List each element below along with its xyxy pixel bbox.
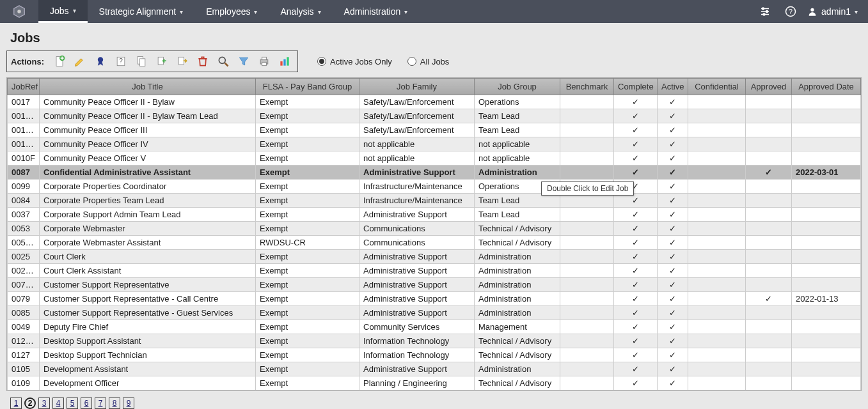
column-header-active[interactable]: Active: [658, 79, 688, 95]
table-row[interactable]: 0010CCommunity Peace Officer IIIExemptSa…: [8, 123, 861, 137]
cell-family: Administrative Support: [359, 278, 475, 292]
table-row[interactable]: 0025Court ClerkExemptAdministrative Supp…: [8, 250, 861, 264]
nav-item-administration[interactable]: Administration▾: [333, 0, 420, 23]
cell-benchmark: [560, 166, 614, 180]
table-row[interactable]: 0025ACourt Clerk AssistantExemptAdminist…: [8, 264, 861, 278]
page-button-2[interactable]: 2: [24, 397, 36, 409]
cell-title: Customer Support Representative - Call C…: [40, 292, 256, 306]
cell-family: Information Technology: [359, 334, 475, 348]
nav-item-label: Analysis: [280, 6, 313, 17]
column-header-title[interactable]: Job Title: [40, 79, 256, 95]
chevron-down-icon: ▾: [180, 8, 183, 15]
app-logo[interactable]: [0, 0, 38, 23]
cell-family: Information Technology: [359, 348, 475, 362]
table-row[interactable]: 0053Corporate WebmasterExemptCommunicati…: [8, 222, 861, 236]
nav-item-strategic-alignment[interactable]: Strategic Alignment▾: [88, 0, 195, 23]
cell-active: ✓: [658, 151, 688, 166]
cell-approved: [746, 362, 792, 376]
table-row[interactable]: 0105Development AssistantExemptAdministr…: [8, 362, 861, 376]
table-row[interactable]: 0085Customer Support Representative - Gu…: [8, 306, 861, 320]
nav-item-jobs[interactable]: Jobs▾: [38, 0, 88, 23]
help-icon[interactable]: ?: [778, 0, 803, 23]
page-button-1[interactable]: 1: [10, 397, 22, 409]
table-row[interactable]: 0127ADesktop Support AssistantExemptInfo…: [8, 334, 861, 348]
table-row[interactable]: 0017ACommunity Peace Officer II - Bylaw …: [8, 109, 861, 123]
cell-active: ✓: [658, 376, 688, 390]
cell-active: ✓: [658, 180, 688, 194]
column-header-approved[interactable]: Approved: [746, 79, 792, 95]
print-button[interactable]: [255, 52, 273, 70]
table-row[interactable]: 0079Customer Support Representative - Ca…: [8, 292, 861, 306]
import-button[interactable]: [153, 52, 171, 70]
cell-approved: [746, 334, 792, 348]
table-row[interactable]: 0053ACorporate Webmaster AssistantRWDSU-…: [8, 236, 861, 250]
column-header-flsa[interactable]: FLSA - Pay Band Group: [256, 79, 359, 95]
cell-complete: ✓: [614, 151, 658, 166]
cell-group: not applicable: [475, 137, 560, 151]
award-icon-button[interactable]: [91, 52, 109, 70]
cell-ref: 0010F: [8, 151, 40, 166]
export-button[interactable]: [173, 52, 191, 70]
column-header-benchmark[interactable]: Benchmark: [560, 79, 614, 95]
cell-family: Administrative Support: [359, 250, 475, 264]
column-header-complete[interactable]: Complete: [614, 79, 658, 95]
table-row[interactable]: 0084Corporate Properties Team LeadExempt…: [8, 194, 861, 208]
cell-flsa: Exempt: [256, 306, 359, 320]
delete-button[interactable]: [194, 52, 212, 70]
page-button-5[interactable]: 5: [67, 397, 78, 409]
column-header-ref[interactable]: JobRef: [8, 79, 40, 95]
add-job-button[interactable]: [51, 52, 68, 70]
settings-sliders-icon[interactable]: [752, 0, 778, 23]
page-button-8[interactable]: 8: [109, 397, 120, 409]
cell-family: Administrative Support: [359, 362, 475, 376]
table-row[interactable]: 0079ACustomer Support RepresentativeExem…: [8, 278, 861, 292]
table-row[interactable]: 0010ECommunity Peace Officer IVExemptnot…: [8, 137, 861, 151]
cell-active: ✓: [658, 250, 688, 264]
page-button-7[interactable]: 7: [95, 397, 106, 409]
page-button-9[interactable]: 9: [123, 397, 134, 409]
cell-benchmark: [560, 362, 614, 376]
cell-family: Administrative Support: [359, 166, 475, 180]
nav-item-employees[interactable]: Employees▾: [194, 0, 269, 23]
table-row[interactable]: 0017Community Peace Officer II - BylawEx…: [8, 95, 861, 109]
cell-confidential: [688, 250, 746, 264]
cell-active: ✓: [658, 348, 688, 362]
page-button-4[interactable]: 4: [52, 397, 64, 409]
cell-active: ✓: [658, 362, 688, 376]
radio-label: All Jobs: [420, 57, 450, 66]
cell-title: Community Peace Officer II - Bylaw Team …: [40, 109, 256, 123]
cell-approved_date: [792, 137, 861, 151]
table-row[interactable]: 0010FCommunity Peace Officer VExemptnot …: [8, 151, 861, 166]
search-button[interactable]: [214, 52, 232, 70]
table-row[interactable]: 0037Corporate Support Admin Team LeadExe…: [8, 208, 861, 222]
table-row[interactable]: 0049Deputy Fire ChiefExemptCommunity Ser…: [8, 320, 861, 334]
table-row[interactable]: 0087Confidential Administrative Assistan…: [8, 166, 861, 180]
column-header-group[interactable]: Job Group: [475, 79, 560, 95]
filter-button[interactable]: [235, 52, 253, 70]
radio-active-jobs-only[interactable]: Active Jobs Only: [317, 57, 392, 66]
table-row[interactable]: 0127Desktop Support TechnicianExemptInfo…: [8, 348, 861, 362]
table-row[interactable]: 0109Development OfficerExemptPlanning / …: [8, 376, 861, 390]
cell-family: Administrative Support: [359, 208, 475, 222]
table-row[interactable]: 0099Corporate Properties CoordinatorExem…: [8, 180, 861, 194]
cell-group: Technical / Advisory: [475, 334, 560, 348]
column-header-confidential[interactable]: Confidential: [688, 79, 746, 95]
column-header-family[interactable]: Job Family: [359, 79, 475, 95]
cell-flsa: Exempt: [256, 264, 359, 278]
cell-complete: ✓: [614, 95, 658, 109]
cell-approved_date: [792, 151, 861, 166]
column-header-approved_date[interactable]: Approved Date: [792, 79, 861, 95]
cell-ref: 0079: [8, 292, 40, 306]
edit-button[interactable]: [71, 52, 89, 70]
copy-button[interactable]: [132, 52, 150, 70]
cell-family: Planning / Engineering: [359, 376, 475, 390]
nav-item-analysis[interactable]: Analysis▾: [269, 0, 332, 23]
page-button-6[interactable]: 6: [81, 397, 92, 409]
radio-all-jobs[interactable]: All Jobs: [407, 57, 450, 66]
page-button-3[interactable]: 3: [38, 397, 50, 409]
form-wizard-button[interactable]: ?: [112, 52, 130, 70]
cell-confidential: [688, 376, 746, 390]
user-menu[interactable]: admin1 ▾: [803, 0, 868, 23]
chart-button[interactable]: [276, 52, 294, 70]
pagination: 123456789: [6, 391, 862, 409]
